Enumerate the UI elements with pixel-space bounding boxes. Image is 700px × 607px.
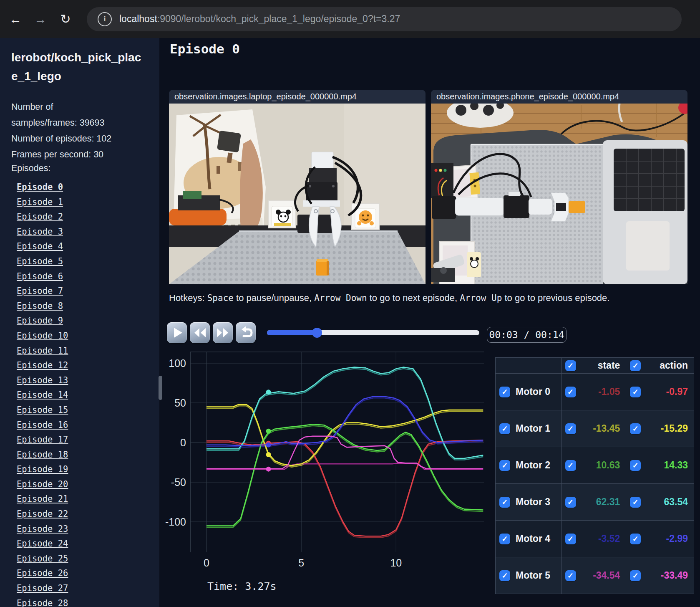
motor-action-value: -2.99 [646, 533, 688, 544]
action-value-checkbox[interactable] [630, 387, 641, 397]
state-value-checkbox[interactable] [565, 534, 576, 544]
sidebar-episode-link[interactable]: Episode 9 [17, 314, 154, 329]
sidebar-episode-link[interactable]: Episode 28 [17, 597, 154, 607]
motor-checkbox[interactable] [499, 570, 510, 581]
site-info-icon[interactable]: i [98, 12, 112, 26]
motor-checkbox[interactable] [499, 460, 510, 471]
play-icon [168, 324, 186, 342]
fast-forward-icon [214, 324, 232, 342]
action-value-checkbox[interactable] [630, 534, 641, 544]
svg-text:-50: -50 [171, 476, 186, 488]
stat-line: Number of [11, 99, 111, 115]
action-checkbox[interactable] [630, 360, 641, 371]
sidebar-episode-link[interactable]: Episode 17 [17, 433, 154, 448]
sidebar-episode-link[interactable]: Episode 21 [17, 492, 154, 507]
action-value-checkbox[interactable] [630, 460, 641, 471]
sidebar-episode-link[interactable]: Episode 13 [17, 374, 154, 389]
video-phone[interactable] [431, 104, 687, 284]
play-button[interactable] [167, 322, 187, 343]
sidebar-episode-link[interactable]: Episode 15 [17, 403, 154, 418]
sidebar-episode-link[interactable]: Episode 0 [17, 180, 154, 195]
motor-checkbox[interactable] [499, 423, 510, 434]
svg-text:0: 0 [180, 437, 186, 448]
svg-text:100: 100 [169, 357, 186, 369]
motor-action-value: 63.54 [646, 496, 688, 508]
seek-slider-thumb[interactable] [312, 328, 322, 338]
fast-forward-button[interactable] [213, 322, 233, 343]
dataset-title: lerobot/koch_pick_place_1_lego [11, 48, 144, 86]
Motor 1-state-line [206, 406, 483, 467]
sidebar-episode-link[interactable]: Episode 7 [17, 284, 154, 299]
forward-icon[interactable]: → [31, 10, 50, 29]
motor-label: Motor 1 [516, 423, 550, 434]
url-bar[interactable]: i localhost:9090/lerobot/koch_pick_place… [87, 7, 682, 31]
motor-table: state action Motor 0-1.05-0.97Motor 1-13… [495, 357, 694, 594]
motor-state-value: -34.54 [582, 570, 620, 581]
loop-icon [237, 324, 255, 342]
sidebar-episode-link[interactable]: Episode 4 [17, 240, 154, 255]
sidebar-episode-link[interactable]: Episode 24 [17, 537, 154, 552]
sidebar-episode-link[interactable]: Episode 2 [17, 210, 154, 225]
motor-state-value: 62.31 [582, 496, 620, 508]
sidebar-episode-link[interactable]: Episode 27 [17, 582, 154, 597]
Motor 1-action-line [206, 405, 483, 465]
action-value-checkbox[interactable] [630, 423, 641, 434]
hotkey-key: Space [207, 293, 234, 303]
motor-state-value: -1.05 [582, 386, 620, 397]
reload-icon[interactable]: ↻ [56, 10, 75, 29]
sidebar-episode-link[interactable]: Episode 19 [17, 463, 154, 478]
state-checkbox[interactable] [565, 360, 576, 371]
sidebar-episode-link[interactable]: Episode 8 [17, 299, 154, 314]
hotkey-text: to pause/unpause, [234, 293, 314, 303]
sidebar-episode-link[interactable]: Episode 16 [17, 418, 154, 433]
orange-brick-top [569, 201, 585, 213]
sidebar-episode-link[interactable]: Episode 26 [17, 567, 154, 582]
motor-checkbox[interactable] [499, 497, 510, 508]
sidebar-episode-link[interactable]: Episode 5 [17, 255, 154, 270]
motor-action-value: -15.29 [646, 423, 688, 434]
video-phone-scene [431, 104, 687, 284]
lerobot-dataset-visualizer: ← → ↻ i localhost:9090/lerobot/koch_pick… [0, 0, 700, 607]
sidebar-episode-link[interactable]: Episode 12 [17, 359, 154, 374]
panda-box [268, 200, 296, 228]
camera [217, 131, 241, 153]
table-corner-cell [496, 358, 562, 374]
action-value-checkbox[interactable] [630, 497, 641, 508]
sidebar-episode-link[interactable]: Episode 11 [17, 344, 154, 359]
loop-button[interactable] [236, 322, 256, 343]
sidebar-episode-link[interactable]: Episode 14 [17, 388, 154, 403]
scrollbar-thumb[interactable] [159, 376, 162, 400]
chart-series [206, 367, 483, 538]
motor-checkbox[interactable] [499, 534, 510, 544]
sidebar-episode-link[interactable]: Episode 1 [17, 195, 154, 210]
sidebar-episode-link[interactable]: Episode 10 [17, 329, 154, 344]
Motor 3-time-marker [266, 389, 271, 395]
action-value-checkbox[interactable] [630, 570, 641, 581]
sidebar-episode-link[interactable]: Episode 3 [17, 225, 154, 240]
motor-row: Motor 4-3.52-2.99 [496, 521, 694, 557]
sidebar-episode-link[interactable]: Episode 23 [17, 522, 154, 537]
state-value-checkbox[interactable] [565, 387, 576, 397]
sidebar-episode-link[interactable]: Episode 25 [17, 552, 154, 567]
episodes-heading: Episodes: [11, 163, 50, 174]
motor-checkbox[interactable] [499, 387, 510, 397]
rewind-icon [191, 324, 209, 342]
state-value-checkbox[interactable] [565, 460, 576, 471]
back-icon[interactable]: ← [6, 10, 25, 29]
sidebar-episode-link[interactable]: Episode 18 [17, 448, 154, 463]
state-value-checkbox[interactable] [565, 570, 576, 581]
rewind-button[interactable] [190, 322, 210, 343]
stat-line: Frames per second: 30 [11, 147, 111, 162]
state-value-checkbox[interactable] [565, 423, 576, 434]
sidebar-episode-link[interactable]: Episode 6 [17, 270, 154, 285]
motor-label: Motor 0 [516, 386, 550, 397]
action-column-header: action [626, 358, 694, 374]
motor-chart[interactable]: 100500-50-1000510Time: 3.27s [163, 349, 488, 593]
video-laptop[interactable] [169, 104, 426, 284]
sidebar-episode-link[interactable]: Episode 22 [17, 507, 154, 522]
video-panel-phone: observation.images.phone_episode_000000.… [431, 90, 687, 284]
sidebar-episode-link[interactable]: Episode 20 [17, 478, 154, 493]
trackpad [626, 221, 670, 271]
state-value-checkbox[interactable] [565, 497, 576, 508]
action-header-label: action [646, 360, 688, 371]
